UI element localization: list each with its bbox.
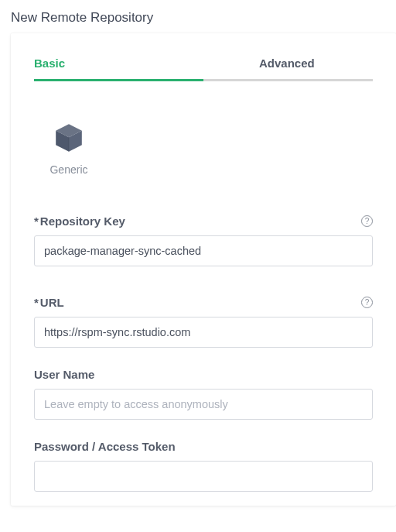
password-input[interactable] [34,461,373,492]
page-title: New Remote Repository [0,0,396,33]
field-user-name: User Name [34,368,373,420]
url-label: *URL [34,296,64,309]
user-name-label: User Name [34,368,94,381]
url-input[interactable] [34,317,373,348]
repository-key-label-text: Repository Key [40,215,125,228]
required-star: * [34,215,39,228]
field-password: Password / Access Token [34,440,373,492]
url-label-text: URL [40,296,64,309]
field-repository-key: *Repository Key ? [34,215,373,266]
package-type-generic[interactable]: Generic [34,105,104,185]
required-star: * [34,296,39,309]
tabs: Basic Advanced [11,33,396,81]
user-name-input[interactable] [34,389,373,420]
password-label: Password / Access Token [34,440,176,453]
repository-key-input[interactable] [34,235,373,266]
field-url: *URL ? [34,296,373,348]
help-icon[interactable]: ? [361,215,373,227]
generic-cube-icon [53,122,85,154]
package-type-label: Generic [50,163,87,176]
tab-advanced[interactable]: Advanced [203,57,373,81]
help-icon[interactable]: ? [361,297,373,308]
form-card: Basic Advanced Generic *Repository Key ? [11,33,396,506]
form-content: Generic *Repository Key ? *URL ? User [11,81,396,506]
tab-basic[interactable]: Basic [34,57,203,81]
repository-key-label: *Repository Key [34,215,125,228]
